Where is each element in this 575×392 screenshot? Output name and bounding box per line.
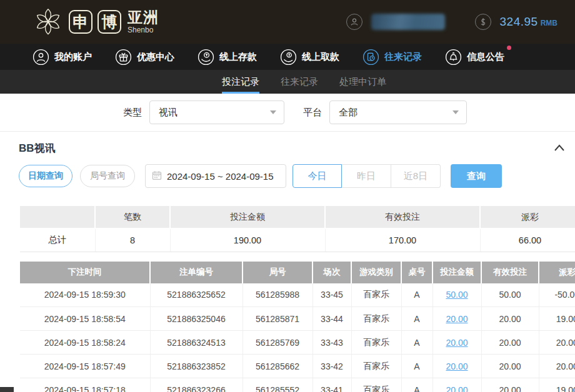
- summary-table-wrap: 笔数 投注金额 有效投注 派彩 总计 8 190.00 170.00 66.00: [20, 188, 575, 252]
- record-tabs: 投注记录 往来记录 处理中订单: [0, 70, 575, 94]
- platform-filter-label: 平台: [303, 107, 322, 119]
- cell-order-no: 521886325652: [150, 283, 242, 307]
- summary-header-bet-amount: 投注金额: [170, 206, 325, 228]
- bet-amount-link[interactable]: 20.00: [446, 338, 468, 348]
- tab-transaction-records[interactable]: 往来记录: [281, 70, 318, 94]
- cell-round-no: 561285769: [242, 331, 312, 355]
- corner-widget-fragment: [0, 387, 14, 392]
- yesterday-button[interactable]: 昨日: [342, 164, 391, 188]
- cell-bet-time: 2024-09-15 18:57:18: [20, 378, 150, 392]
- cell-game-type: 百家乐: [351, 283, 401, 307]
- detail-table-body: 2024-09-15 18:59:30521886325652561285988…: [20, 283, 575, 392]
- last-8-days-button[interactable]: 近8日: [391, 164, 441, 188]
- cell-session: 33-45: [312, 283, 351, 307]
- cell-table-no: A: [401, 331, 432, 355]
- cell-bet-amount[interactable]: 50.00: [432, 283, 481, 307]
- nav-item-my-account[interactable]: 我的账户: [32, 49, 92, 66]
- summary-header-row: 笔数 投注金额 有效投注 派彩: [20, 206, 575, 228]
- table-row: 2024-09-15 18:57:49521886323852561285662…: [20, 355, 575, 378]
- cell-payout: 20.00: [539, 355, 575, 378]
- header-payout: 派彩: [539, 262, 575, 283]
- bet-amount-link[interactable]: 20.00: [446, 385, 468, 392]
- cell-valid-bet: 20.00: [481, 307, 539, 331]
- nav-item-promotions[interactable]: 优惠中心: [115, 49, 174, 66]
- cell-bet-time: 2024-09-15 18:58:54: [20, 307, 150, 331]
- top-header: 申 博 亚洲 Shenbo 324.95RMB: [0, 0, 575, 44]
- summary-header-payout: 派彩: [480, 206, 575, 228]
- detail-table: 下注时间 注单编号 局号 场次 游戏类别 桌号 投注金额 有效投注 派彩 202…: [20, 262, 575, 392]
- cell-order-no: 521886324513: [150, 331, 242, 355]
- cell-bet-time: 2024-09-15 18:59:30: [20, 283, 150, 307]
- cell-round-no: 561285662: [242, 355, 312, 378]
- bet-amount-link[interactable]: 20.00: [446, 314, 468, 324]
- cell-bet-amount[interactable]: 20.00: [432, 355, 481, 378]
- brand-logo[interactable]: 申 博 亚洲 Shenbo: [32, 5, 159, 39]
- nav-item-transaction-records[interactable]: 往来记录: [362, 49, 422, 66]
- balance-value[interactable]: 324.95RMB: [500, 15, 558, 29]
- cell-bet-amount[interactable]: 20.00: [432, 378, 481, 392]
- cell-table-no: A: [401, 378, 432, 392]
- logo-region-en: Shenbo: [128, 26, 159, 34]
- round-query-button[interactable]: 局号查询: [80, 165, 135, 187]
- date-range-input[interactable]: 2024-09-15 ~ 2024-09-15: [145, 164, 286, 188]
- flower-logo-icon: [32, 5, 64, 39]
- summary-total-count: 8: [95, 228, 170, 252]
- main-nav: 我的账户 优惠中心 线上存款 线上取款 往来记录 信息公告: [0, 44, 575, 70]
- summary-total-row: 总计 8 190.00 170.00 66.00: [20, 228, 575, 252]
- platform-select-value: 全部: [339, 107, 358, 119]
- platform-select[interactable]: 全部: [329, 100, 467, 124]
- tab-bet-records[interactable]: 投注记录: [222, 70, 259, 94]
- cell-valid-bet: 20.00: [481, 355, 539, 378]
- detail-header-row: 下注时间 注单编号 局号 场次 游戏类别 桌号 投注金额 有效投注 派彩: [20, 262, 575, 283]
- cell-payout: -50.00: [539, 283, 575, 307]
- cell-round-no: 561285552: [242, 378, 312, 392]
- detail-table-wrap: 下注时间 注单编号 局号 场次 游戏类别 桌号 投注金额 有效投注 派彩 202…: [20, 252, 575, 392]
- cell-table-no: A: [401, 307, 432, 331]
- cell-bet-time: 2024-09-15 18:57:49: [20, 355, 150, 378]
- nav-item-deposit[interactable]: 线上存款: [198, 49, 257, 66]
- header-game-type: 游戏类别: [351, 262, 401, 283]
- nav-label: 线上存款: [219, 51, 257, 63]
- table-row: 2024-09-15 18:58:54521886325046561285871…: [20, 307, 575, 331]
- tab-pending-orders[interactable]: 处理中订单: [339, 70, 386, 94]
- nav-label: 线上取款: [302, 51, 339, 63]
- date-query-button[interactable]: 日期查询: [19, 165, 72, 187]
- type-filter-label: 类型: [123, 107, 142, 119]
- today-button[interactable]: 今日: [292, 164, 342, 188]
- header-order-no: 注单编号: [150, 262, 242, 283]
- cell-session: 33-43: [312, 331, 351, 355]
- type-select[interactable]: 视讯: [149, 100, 284, 124]
- nav-label: 往来记录: [384, 51, 422, 63]
- nav-label: 优惠中心: [137, 51, 174, 63]
- bet-amount-link[interactable]: 20.00: [446, 361, 468, 371]
- summary-header-valid-bet: 有效投注: [325, 206, 480, 228]
- cell-order-no: 521886323852: [150, 355, 242, 378]
- quick-range-group: 今日 昨日 近8日: [292, 164, 441, 188]
- cell-round-no: 561285871: [242, 307, 312, 331]
- bet-amount-link[interactable]: 50.00: [446, 290, 468, 300]
- cell-bet-amount[interactable]: 20.00: [432, 307, 481, 331]
- cell-session: 33-42: [312, 355, 351, 378]
- balance-amount: 324.95: [500, 15, 538, 28]
- summary-header-blank: [20, 206, 95, 228]
- user-avatar-icon[interactable]: [346, 14, 362, 30]
- nav-item-announcements[interactable]: 信息公告: [445, 49, 504, 66]
- header-session: 场次: [312, 262, 351, 283]
- header-round-no: 局号: [242, 262, 312, 283]
- summary-total-payout: 66.00: [480, 228, 575, 252]
- cell-valid-bet: 20.00: [481, 378, 539, 392]
- search-button[interactable]: 查询: [451, 164, 502, 188]
- calendar-icon: [152, 170, 162, 182]
- header-valid-bet: 有效投注: [481, 262, 539, 283]
- header-bet-amount: 投注金额: [432, 262, 481, 283]
- section-title: BB视讯: [19, 141, 56, 155]
- collapse-chevron-up-icon[interactable]: [554, 144, 565, 152]
- summary-table: 笔数 投注金额 有效投注 派彩 总计 8 190.00 170.00 66.00: [20, 206, 575, 252]
- username-redacted[interactable]: [371, 14, 445, 30]
- nav-item-withdraw[interactable]: 线上取款: [280, 49, 339, 66]
- table-row: 2024-09-15 18:58:24521886324513561285769…: [20, 331, 575, 355]
- cell-order-no: 521886323266: [150, 378, 242, 392]
- cell-session: 33-41: [312, 378, 351, 392]
- cell-bet-amount[interactable]: 20.00: [432, 331, 481, 355]
- cell-valid-bet: 20.00: [481, 331, 539, 355]
